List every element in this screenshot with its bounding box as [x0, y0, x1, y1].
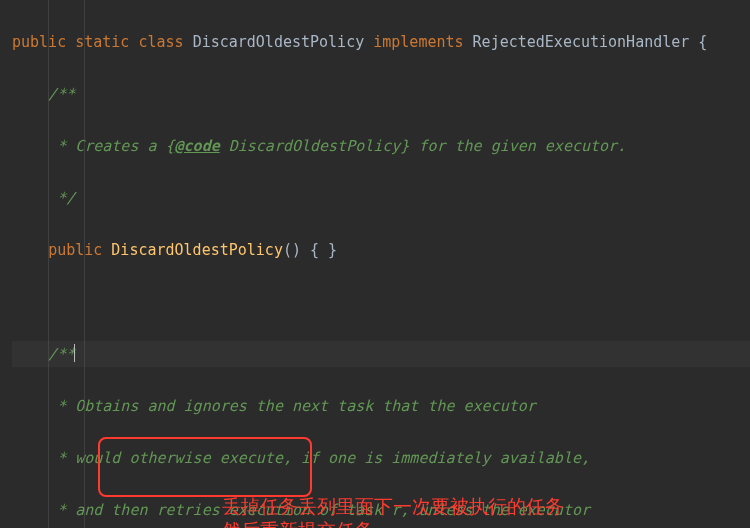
- code-line: * Creates a {@code DiscardOldestPolicy} …: [12, 133, 750, 159]
- code-line: * would otherwise execute, if one is imm…: [12, 445, 750, 471]
- keyword: implements: [373, 33, 463, 51]
- code-line: public static class DiscardOldestPolicy …: [12, 29, 750, 55]
- keyword: public: [48, 241, 102, 259]
- javadoc: /**: [12, 345, 75, 363]
- code-line: * and then retries execution of task r, …: [12, 497, 750, 523]
- javadoc: * Creates a {: [12, 137, 175, 155]
- keyword: class: [138, 33, 183, 51]
- code-line: /**: [12, 81, 750, 107]
- brace: {: [689, 33, 707, 51]
- code-line: * Obtains and ignores the next task that…: [12, 393, 750, 419]
- javadoc: * would otherwise execute, if one is imm…: [12, 449, 590, 467]
- blank-line: [12, 289, 750, 315]
- code-editor: public static class DiscardOldestPolicy …: [0, 0, 750, 528]
- javadoc: * Obtains and ignores the next task that…: [12, 397, 536, 415]
- code-block: public static class DiscardOldestPolicy …: [0, 0, 750, 528]
- indent-guide: [84, 0, 85, 528]
- indent-guide: [48, 0, 49, 528]
- constructor-name: DiscardOldestPolicy: [111, 241, 283, 259]
- javadoc: */: [12, 189, 75, 207]
- javadoc: DiscardOldestPolicy} for the given execu…: [220, 137, 626, 155]
- interface-name: RejectedExecutionHandler: [473, 33, 690, 51]
- javadoc: /**: [12, 85, 75, 103]
- code-line: */: [12, 185, 750, 211]
- signature: () { }: [283, 241, 337, 259]
- code-line: public DiscardOldestPolicy() { }: [12, 237, 750, 263]
- class-name: DiscardOldestPolicy: [193, 33, 365, 51]
- caret-line: /**: [12, 341, 750, 367]
- javadoc: * and then retries execution of task r, …: [12, 501, 590, 519]
- keyword: public: [12, 33, 66, 51]
- javadoc-tag: @code: [175, 137, 220, 155]
- text-caret: [74, 344, 75, 362]
